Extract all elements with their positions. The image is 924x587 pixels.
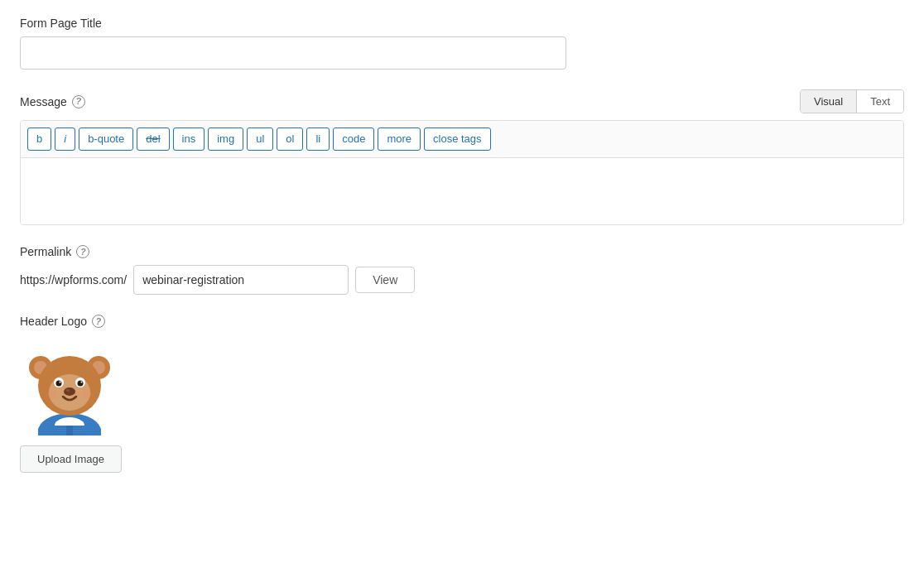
message-editor-body[interactable]: [21, 158, 903, 224]
header-logo-help-icon[interactable]: ?: [92, 315, 105, 328]
toolbar-btn-i[interactable]: i: [55, 128, 75, 151]
toolbar-btn-ol[interactable]: ol: [277, 128, 303, 151]
message-section: Message ? Visual Text b i b-quote del in…: [20, 89, 904, 225]
message-label-group: Message ?: [20, 95, 85, 108]
svg-point-13: [81, 382, 83, 383]
tab-text[interactable]: Text: [857, 90, 903, 113]
svg-point-15: [66, 389, 70, 392]
svg-point-12: [78, 381, 84, 387]
toolbar-btn-li[interactable]: li: [306, 128, 330, 151]
permalink-section: Permalink ? https://wpforms.com/ View: [20, 245, 904, 295]
svg-point-14: [64, 387, 75, 396]
toolbar-btn-more[interactable]: more: [378, 128, 421, 151]
toolbar-btn-ins[interactable]: ins: [173, 128, 205, 151]
bear-mascot-image: [20, 336, 119, 435]
svg-point-9: [56, 381, 62, 387]
message-help-icon[interactable]: ?: [72, 95, 85, 108]
permalink-row: https://wpforms.com/ View: [20, 265, 904, 295]
toolbar-btn-del[interactable]: del: [137, 128, 169, 151]
message-editor: b i b-quote del ins img ul ol li code mo…: [20, 120, 904, 225]
toolbar-btn-code[interactable]: code: [333, 128, 374, 151]
toolbar-btn-b[interactable]: b: [27, 128, 51, 151]
header-logo-label-row: Header Logo ?: [20, 315, 904, 328]
view-button[interactable]: View: [355, 267, 415, 293]
message-label: Message: [20, 95, 67, 108]
editor-toolbar: b i b-quote del ins img ul ol li code mo…: [21, 121, 903, 158]
svg-point-16: [48, 389, 58, 399]
message-header: Message ? Visual Text: [20, 89, 904, 113]
logo-preview: [20, 336, 119, 435]
header-logo-section: Header Logo ?: [20, 315, 904, 473]
toolbar-btn-ul[interactable]: ul: [247, 128, 273, 151]
tab-visual[interactable]: Visual: [801, 90, 857, 113]
svg-point-17: [81, 389, 91, 399]
permalink-label-row: Permalink ?: [20, 245, 904, 258]
permalink-slug-input[interactable]: [133, 265, 349, 295]
svg-rect-19: [66, 426, 73, 435]
message-tabs: Visual Text: [800, 89, 904, 113]
toolbar-btn-img[interactable]: img: [208, 128, 243, 151]
form-page-title-section: Form Page Title: [20, 17, 904, 70]
toolbar-btn-close-tags[interactable]: close tags: [424, 128, 491, 151]
header-logo-label: Header Logo: [20, 315, 87, 328]
form-page-title-label: Form Page Title: [20, 17, 102, 30]
permalink-label: Permalink: [20, 245, 71, 258]
toolbar-btn-bquote[interactable]: b-quote: [79, 128, 133, 151]
permalink-base-url: https://wpforms.com/: [20, 273, 127, 286]
form-page-title-label-row: Form Page Title: [20, 17, 904, 30]
form-page-title-input[interactable]: [20, 36, 566, 70]
upload-image-button[interactable]: Upload Image: [20, 445, 122, 473]
svg-point-10: [60, 382, 61, 383]
permalink-help-icon[interactable]: ?: [76, 245, 89, 258]
